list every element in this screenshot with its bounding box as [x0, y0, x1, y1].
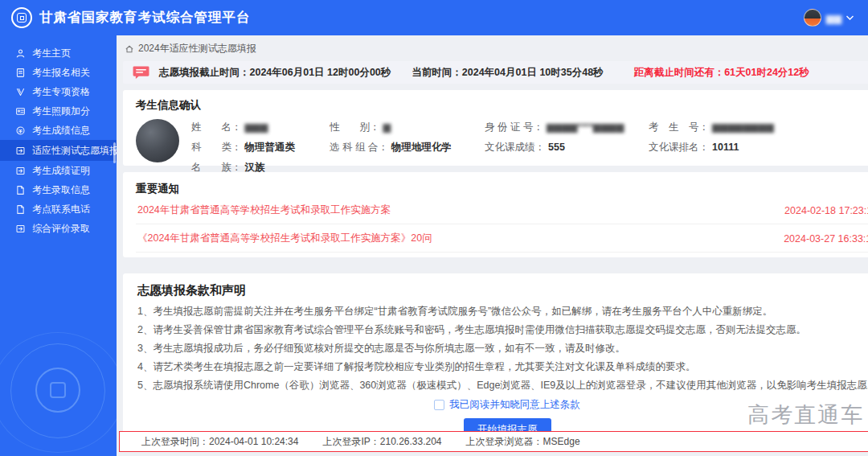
sidebar-item-label: 考点联系电话: [32, 203, 90, 216]
terms-title: 志愿填报条款和声明: [137, 283, 868, 298]
field-culture-score: 文化课成绩：555: [485, 141, 649, 154]
notice-date: 2024-02-18 17:23:11: [784, 205, 868, 216]
document-icon: [14, 67, 26, 78]
field-id-number: 身 份 证 号：▆▆▆▆****▆▆▆▆: [485, 121, 649, 134]
sidebar-item-label: 适应性测试志愿填报: [32, 144, 117, 158]
app-title: 甘肃省国家教育考试综合管理平台: [39, 9, 251, 27]
sidebar-item-label: 考生主页: [32, 47, 71, 60]
announcement-icon: [133, 65, 149, 80]
sidebar-item-label: 考生成绩信息: [32, 124, 90, 138]
breadcrumb-label: 2024年适应性测试志愿填报: [138, 42, 256, 55]
field-name: 姓 名：▆▆▆: [191, 121, 330, 134]
term-line: 1、考生填报志愿前需提前关注并在考生服务平台绑定“甘肃省教育考试院服务号”微信公…: [137, 306, 868, 317]
field-candidate-number: 考 生 号：▆▆▆▆▆▆▆▆: [649, 121, 868, 134]
notice-title[interactable]: 2024年甘肃省普通高等学校招生考试和录取工作实施方案: [137, 203, 391, 217]
sidebar-item-label: 综合评价录取: [32, 222, 90, 236]
v-badge-icon: [14, 86, 26, 97]
notice-link[interactable]: 2024年甘肃省普通高等学校招生考试和录取工作实施方案 2024-02-18 1…: [136, 196, 868, 224]
sidebar-scrollbar[interactable]: [113, 142, 116, 163]
field-culture-rank: 文化课排名：10111: [649, 141, 868, 154]
sidebar-item-comprehensive-evaluation[interactable]: 综合评价录取: [0, 219, 117, 238]
deadline-time: 志愿填报截止时间：2024年06月01日 12时00分00秒: [159, 66, 391, 80]
last-login-bar: 上次登录时间：2024-04-01 10:24:34 上次登录IP：210.26…: [119, 431, 868, 452]
student-info-title: 考生信息确认: [136, 98, 868, 113]
remaining-time: 距离截止时间还有：61天01时24分12秒: [634, 66, 809, 80]
field-ethnicity: 名 族：汉族: [191, 161, 330, 175]
deadline-bar: 志愿填报截止时间：2024年06月01日 12时00分00秒 当前时间：2024…: [123, 61, 868, 84]
breadcrumb[interactable]: 2024年适应性测试志愿填报: [125, 42, 868, 55]
sidebar-item-registration[interactable]: 考生报名相关: [0, 63, 117, 82]
sidebar-item-score-info[interactable]: 考生成绩信息: [0, 121, 117, 140]
form-submit-icon: [14, 165, 26, 176]
notices-title: 重要通知: [136, 182, 868, 196]
student-info-card: 考生信息确认 姓 名：▆▆▆ 性 别：▆ 身 份 证 号：▆▆▆▆****▆▆▆…: [123, 90, 868, 166]
sidebar-item-label: 考生报名相关: [32, 66, 90, 80]
agree-label[interactable]: 我已阅读并知晓同意上述条款: [449, 398, 580, 412]
term-line: 4、请艺术类考生在填报志愿之前一定要详细了解报考院校相应专业类别的招生章程，尤其…: [137, 361, 868, 372]
sidebar-item-label: 考生成绩证明: [32, 164, 90, 178]
last-login-browser: 上次登录浏览器：MSEdge: [466, 435, 580, 449]
app-header: 甘肃省国家教育考试综合管理平台 ▆▆: [0, 0, 868, 35]
field-gender: 性 别：▆: [330, 121, 485, 134]
agree-checkbox[interactable]: [434, 400, 444, 410]
score-coin-icon: [14, 125, 26, 136]
current-time: 当前时间：2024年04月01日 10时35分48秒: [411, 66, 603, 80]
sidebar-item-special-qualification[interactable]: 考生专项资格: [0, 82, 117, 101]
notice-date: 2024-03-27 16:33:12: [784, 233, 868, 244]
sidebar-decoration: [0, 326, 117, 456]
field-subject-category: 科 类：物理普通类: [191, 141, 330, 154]
user-icon: [14, 47, 26, 59]
watermark-text: 高考直通车: [747, 401, 864, 429]
id-card-icon: [14, 105, 26, 117]
chevron-down-icon: [846, 15, 854, 20]
term-line: 2、请考生妥善保管甘肃省国家教育考试综合管理平台系统账号和密码，考生志愿填报时需…: [137, 324, 868, 335]
sidebar-item-label: 考生录取信息: [32, 183, 90, 197]
main-content: 2024年适应性测试志愿填报 志愿填报截止时间：2024年06月01日 12时0…: [117, 35, 868, 456]
form-submit-icon: [14, 145, 26, 156]
sidebar-item-bonus-points[interactable]: 考生照顾加分: [0, 101, 117, 121]
student-fields: 姓 名：▆▆▆ 性 别：▆ 身 份 证 号：▆▆▆▆****▆▆▆▆ 考 生 号…: [191, 121, 868, 175]
sidebar-item-test-site-contact[interactable]: 考点联系电话: [0, 199, 117, 219]
notice-title[interactable]: 《2024年甘肃省普通高等学校招生考试和录取工作实施方案》20问: [137, 232, 432, 245]
sidebar-item-score-certificate[interactable]: 考生成绩证明: [0, 161, 117, 180]
term-line: 3、考生志愿填报成功后，务必仔细预览核对所提交的志愿是否与你所填志愿一致，如有不…: [137, 343, 868, 354]
last-login-ip: 上次登录IP：210.26.33.204: [322, 435, 441, 449]
notice-link[interactable]: 《2024年甘肃省普通高等学校招生考试和录取工作实施方案》20问 2024-03…: [136, 224, 868, 253]
form-submit-icon: [14, 223, 26, 234]
user-name: ▆▆: [826, 12, 841, 24]
sidebar-item-home[interactable]: 考生主页: [0, 43, 117, 63]
term-line: 5、志愿填报系统请使用Chrome（谷歌）浏览器、360浏览器（极速模式）、Ed…: [137, 380, 868, 391]
field-subject-combination: 选 科 组 合：物理地理化学: [330, 141, 485, 154]
sidebar-item-admission-info[interactable]: 考生录取信息: [0, 180, 117, 199]
file-icon: [14, 203, 26, 215]
sidebar-item-label: 考生照顾加分: [32, 105, 90, 118]
sidebar-item-label: 考生专项资格: [32, 85, 90, 99]
home-icon: [125, 44, 134, 54]
platform-logo-icon: [11, 7, 32, 28]
user-avatar[interactable]: [804, 9, 821, 27]
last-login-time: 上次登录时间：2024-04-01 10:24:34: [141, 435, 298, 449]
notices-card: 重要通知 2024年甘肃省普通高等学校招生考试和录取工作实施方案 2024-02…: [123, 172, 868, 257]
student-photo: [136, 119, 179, 162]
file-icon: [14, 184, 26, 195]
sidebar: 考生主页 考生报名相关 考生专项资格 考生照顾加分 考生成绩信息 适应性测试志愿…: [0, 35, 117, 456]
sidebar-item-adaptive-test-application[interactable]: 适应性测试志愿填报: [0, 140, 117, 161]
user-menu[interactable]: ▆▆: [804, 9, 854, 27]
